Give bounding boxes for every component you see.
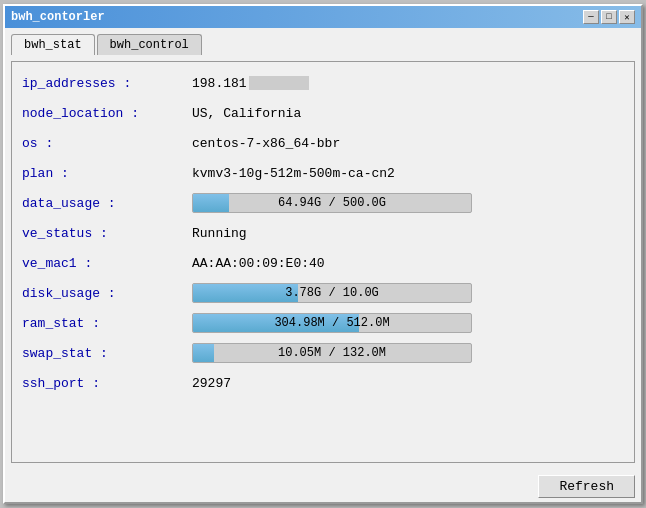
row-node-location: node_location : US, California bbox=[22, 102, 624, 124]
progress-text-swap-stat: 10.05M / 132.0M bbox=[193, 346, 471, 360]
row-data-usage: data_usage : 64.94G / 500.0G bbox=[22, 192, 624, 214]
row-ve-mac1: ve_mac1 : AA:AA:00:09:E0:40 bbox=[22, 252, 624, 274]
minimize-button[interactable]: ─ bbox=[583, 10, 599, 24]
progress-text-data-usage: 64.94G / 500.0G bbox=[193, 196, 471, 210]
progress-text-ram-stat: 304.98M / 512.0M bbox=[193, 316, 471, 330]
row-ssh-port: ssh_port : 29297 bbox=[22, 372, 624, 394]
label-ip-addresses: ip_addresses : bbox=[22, 76, 192, 91]
row-disk-usage: disk_usage : 3.78G / 10.0G bbox=[22, 282, 624, 304]
label-ram-stat: ram_stat : bbox=[22, 316, 192, 331]
value-plan: kvmv3-10g-512m-500m-ca-cn2 bbox=[192, 166, 395, 181]
label-ssh-port: ssh_port : bbox=[22, 376, 192, 391]
progress-data-usage: 64.94G / 500.0G bbox=[192, 193, 472, 213]
close-button[interactable]: ✕ bbox=[619, 10, 635, 24]
tab-bar: bwh_stat bwh_control bbox=[11, 34, 635, 55]
row-ip-addresses: ip_addresses : 198.181 bbox=[22, 72, 624, 94]
value-ve-status: Running bbox=[192, 226, 247, 241]
value-ssh-port: 29297 bbox=[192, 376, 231, 391]
progress-text-disk-usage: 3.78G / 10.0G bbox=[193, 286, 471, 300]
label-ve-mac1: ve_mac1 : bbox=[22, 256, 192, 271]
ip-blur bbox=[249, 76, 309, 90]
label-data-usage: data_usage : bbox=[22, 196, 192, 211]
label-os: os : bbox=[22, 136, 192, 151]
refresh-button[interactable]: Refresh bbox=[538, 475, 635, 498]
tab-bwh-control[interactable]: bwh_control bbox=[97, 34, 202, 55]
title-bar-buttons: ─ □ ✕ bbox=[583, 10, 635, 24]
main-panel: ip_addresses : 198.181 node_location : U… bbox=[11, 61, 635, 463]
label-ve-status: ve_status : bbox=[22, 226, 192, 241]
label-swap-stat: swap_stat : bbox=[22, 346, 192, 361]
value-ve-mac1: AA:AA:00:09:E0:40 bbox=[192, 256, 325, 271]
bottom-bar: Refresh bbox=[5, 469, 641, 502]
label-node-location: node_location : bbox=[22, 106, 192, 121]
title-bar: bwh_contorler ─ □ ✕ bbox=[5, 6, 641, 28]
label-plan: plan : bbox=[22, 166, 192, 181]
maximize-button[interactable]: □ bbox=[601, 10, 617, 24]
progress-swap-stat: 10.05M / 132.0M bbox=[192, 343, 472, 363]
label-disk-usage: disk_usage : bbox=[22, 286, 192, 301]
row-swap-stat: swap_stat : 10.05M / 132.0M bbox=[22, 342, 624, 364]
progress-disk-usage: 3.78G / 10.0G bbox=[192, 283, 472, 303]
value-ip-addresses: 198.181 bbox=[192, 76, 309, 91]
value-os: centos-7-x86_64-bbr bbox=[192, 136, 340, 151]
row-ve-status: ve_status : Running bbox=[22, 222, 624, 244]
progress-ram-stat: 304.98M / 512.0M bbox=[192, 313, 472, 333]
window-content: bwh_stat bwh_control ip_addresses : 198.… bbox=[5, 28, 641, 469]
tab-bwh-stat[interactable]: bwh_stat bbox=[11, 34, 95, 55]
row-ram-stat: ram_stat : 304.98M / 512.0M bbox=[22, 312, 624, 334]
row-os: os : centos-7-x86_64-bbr bbox=[22, 132, 624, 154]
row-plan: plan : kvmv3-10g-512m-500m-ca-cn2 bbox=[22, 162, 624, 184]
main-window: bwh_contorler ─ □ ✕ bwh_stat bwh_control… bbox=[3, 4, 643, 504]
value-node-location: US, California bbox=[192, 106, 301, 121]
window-title: bwh_contorler bbox=[11, 10, 105, 24]
